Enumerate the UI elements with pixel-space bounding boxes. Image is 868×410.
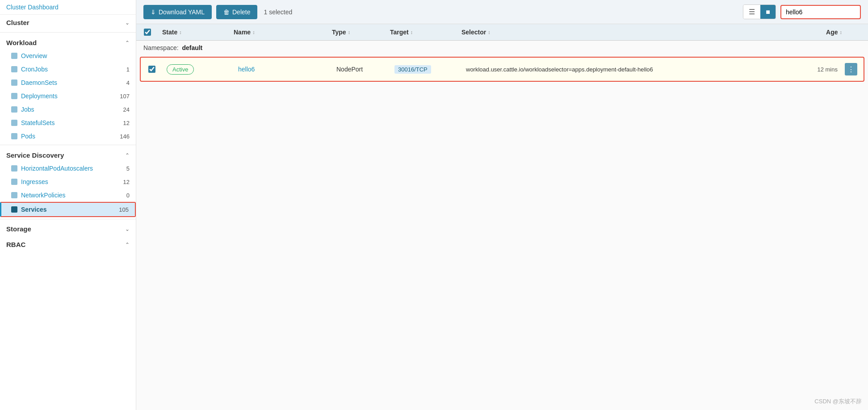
service-discovery-chevron: ⌃ xyxy=(125,152,130,159)
namespace-value: default xyxy=(182,44,202,51)
rbac-label: RBAC xyxy=(6,241,25,248)
state-label: State xyxy=(162,29,177,36)
sidebar-item-cronjobs[interactable]: CronJobs 1 xyxy=(0,63,136,76)
hpa-icon xyxy=(11,165,17,172)
target-label: Target xyxy=(390,29,409,36)
sidebar-item-ingresses[interactable]: Ingresses 12 xyxy=(0,175,136,188)
row-checkbox[interactable] xyxy=(148,66,155,73)
delete-label: Delete xyxy=(232,8,250,16)
table-row: Active hello6 NodePort 30016/TCP workloa… xyxy=(140,57,864,82)
status-badge: Active xyxy=(167,64,194,75)
target-sort-icon: ↕ xyxy=(411,29,413,35)
storage-label: Storage xyxy=(6,225,31,233)
cronjobs-label: CronJobs xyxy=(21,66,48,73)
table-area: State ↕ Name ↕ Type ↕ Target ↕ Selector … xyxy=(136,24,868,410)
sidebar-item-pods[interactable]: Pods 146 xyxy=(0,130,136,143)
name-sort-icon: ↕ xyxy=(252,29,255,35)
services-icon xyxy=(11,206,17,213)
state-sort-icon: ↕ xyxy=(179,29,182,35)
download-yaml-button[interactable]: ⇓ Download YAML xyxy=(143,5,212,19)
service-discovery-label: Service Discovery xyxy=(6,151,64,159)
name-cell: hello6 xyxy=(235,66,333,73)
age-header[interactable]: Age ↕ xyxy=(801,29,846,36)
sidebar-item-hpa[interactable]: HorizontalPodAutoscalers 5 xyxy=(0,162,136,175)
age-value: 12 mins xyxy=(817,66,838,73)
overview-icon xyxy=(11,53,17,59)
sidebar: Cluster Dashboard Cluster ⌄ Workload ⌃ O… xyxy=(0,0,136,410)
daemonsets-count: 4 xyxy=(126,79,130,86)
jobs-label: Jobs xyxy=(21,106,34,113)
pods-label: Pods xyxy=(21,133,35,140)
trash-icon: 🗑 xyxy=(223,8,230,16)
state-header[interactable]: State ↕ xyxy=(159,29,230,36)
daemonsets-label: DaemonSets xyxy=(21,79,57,86)
jobs-count: 24 xyxy=(123,106,130,113)
ingresses-icon xyxy=(11,179,17,185)
target-badge: 30016/TCP xyxy=(394,65,431,74)
cronjobs-icon xyxy=(11,66,17,72)
sidebar-item-overview[interactable]: Overview xyxy=(0,49,136,63)
action-cell: ⋮ xyxy=(841,63,864,75)
hpa-label: HorizontalPodAutoscalers xyxy=(21,165,93,172)
ingresses-label: Ingresses xyxy=(21,178,48,185)
main-content: ⇓ Download YAML 🗑 Delete 1 selected ☰ ■ … xyxy=(136,0,868,410)
deployments-icon xyxy=(11,93,17,99)
deployments-count: 107 xyxy=(120,93,130,100)
service-discovery-section-header[interactable]: Service Discovery ⌃ xyxy=(0,147,136,162)
type-cell: NodePort xyxy=(333,66,391,73)
grid-view-button[interactable]: ■ xyxy=(760,5,776,19)
cluster-label: Cluster xyxy=(6,19,29,26)
networkpolicies-icon xyxy=(11,192,17,198)
target-header[interactable]: Target ↕ xyxy=(386,29,458,36)
download-icon: ⇓ xyxy=(151,8,156,16)
pods-count: 146 xyxy=(120,133,130,140)
search-input[interactable] xyxy=(780,5,861,19)
target-cell: 30016/TCP xyxy=(391,65,462,74)
selector-sort-icon: ↕ xyxy=(488,29,491,35)
select-all-checkbox[interactable] xyxy=(144,29,151,36)
cluster-chevron: ⌄ xyxy=(125,20,130,26)
sidebar-item-services[interactable]: Services 105 xyxy=(0,202,136,217)
state-cell: Active xyxy=(163,64,235,75)
pods-icon xyxy=(11,133,17,139)
type-value: NodePort xyxy=(336,66,363,73)
workload-section-header[interactable]: Workload ⌃ xyxy=(0,34,136,49)
jobs-icon xyxy=(11,106,17,113)
deployments-label: Deployments xyxy=(21,92,58,100)
rbac-section[interactable]: RBAC ⌃ xyxy=(0,237,136,252)
sidebar-item-jobs[interactable]: Jobs 24 xyxy=(0,103,136,116)
age-sort-icon: ↕ xyxy=(840,29,843,35)
selector-cell: workload.user.cattle.io/workloadselector… xyxy=(462,66,797,73)
service-name-link[interactable]: hello6 xyxy=(238,66,255,73)
download-yaml-label: Download YAML xyxy=(159,8,205,16)
services-label: Services xyxy=(21,206,47,213)
list-view-button[interactable]: ☰ xyxy=(743,5,760,19)
age-label: Age xyxy=(826,29,838,36)
namespace-row: Namespace: default xyxy=(136,41,868,55)
sidebar-item-deployments[interactable]: Deployments 107 xyxy=(0,89,136,103)
view-toggle: ☰ ■ xyxy=(743,4,776,19)
namespace-label: Namespace: xyxy=(143,44,179,51)
watermark: CSDN @东坡不辞 xyxy=(814,397,862,406)
sidebar-item-networkpolicies[interactable]: NetworkPolicies 0 xyxy=(0,188,136,202)
name-label: Name xyxy=(234,29,251,36)
type-sort-icon: ↕ xyxy=(348,29,351,35)
storage-section[interactable]: Storage ⌄ xyxy=(0,221,136,237)
networkpolicies-label: NetworkPolicies xyxy=(21,192,66,199)
sidebar-item-daemonsets[interactable]: DaemonSets 4 xyxy=(0,76,136,89)
cluster-section[interactable]: Cluster ⌄ xyxy=(0,15,136,30)
selector-header[interactable]: Selector ↕ xyxy=(458,29,801,36)
row-action-button[interactable]: ⋮ xyxy=(845,63,857,75)
delete-button[interactable]: 🗑 Delete xyxy=(216,5,257,19)
selected-count: 1 selected xyxy=(264,8,292,16)
cluster-dashboard-link[interactable]: Cluster Dashboard xyxy=(0,0,136,15)
header-checkbox-cell xyxy=(136,29,159,36)
type-header[interactable]: Type ↕ xyxy=(328,29,386,36)
statefulsets-icon xyxy=(11,120,17,126)
name-header[interactable]: Name ↕ xyxy=(230,29,328,36)
cronjobs-count: 1 xyxy=(126,66,130,73)
overview-label: Overview xyxy=(21,52,47,59)
ingresses-count: 12 xyxy=(123,179,130,185)
sidebar-item-statefulsets[interactable]: StatefulSets 12 xyxy=(0,116,136,130)
divider-3 xyxy=(0,219,136,219)
